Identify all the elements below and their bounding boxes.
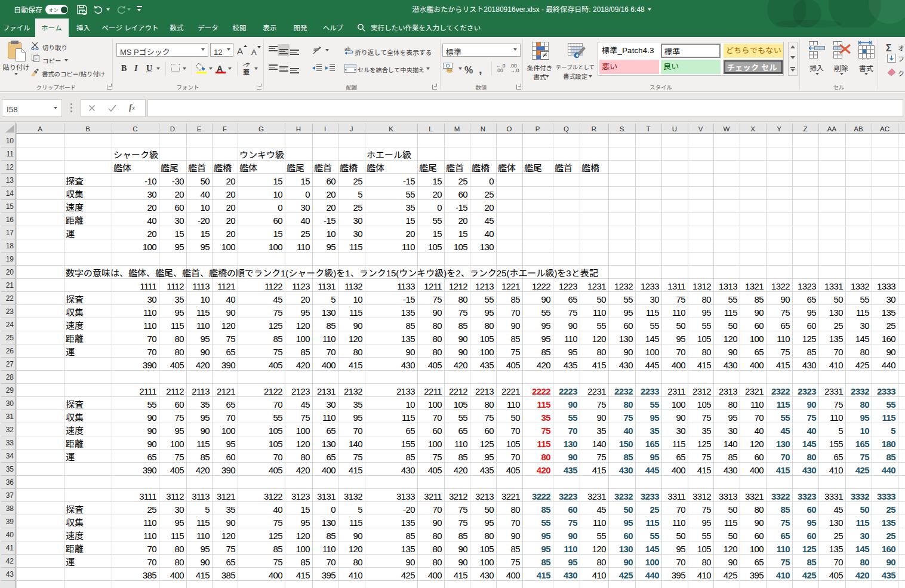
svg-text:ab: ab — [313, 45, 319, 52]
svg-text:ab: ab — [344, 46, 350, 53]
